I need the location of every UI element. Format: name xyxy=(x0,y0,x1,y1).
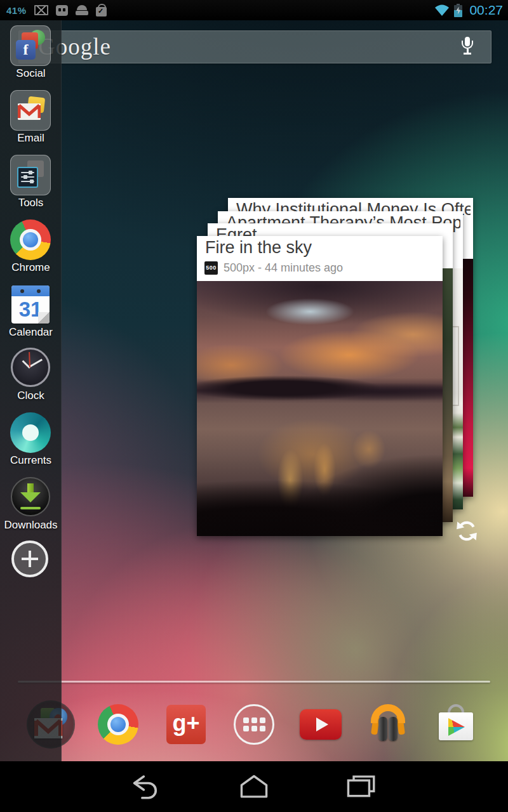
currents-icon xyxy=(10,412,51,453)
google-plus-icon: g+ xyxy=(166,705,206,744)
sidebar-item-label: Downloads xyxy=(0,519,62,532)
sidebar-item-email[interactable]: Email xyxy=(0,90,62,148)
sidebar-item-clock[interactable]: Clock xyxy=(0,348,62,406)
sidebar-item-currents[interactable]: Currents xyxy=(0,412,62,471)
tools-folder-icon xyxy=(10,155,51,195)
sidebar-item-tools[interactable]: Tools xyxy=(0,155,62,213)
navigation-bar xyxy=(0,761,508,812)
android-notification-icon[interactable] xyxy=(76,5,88,15)
dock-item-youtube[interactable] xyxy=(300,709,342,740)
sidebar-item-downloads[interactable]: Downloads xyxy=(0,477,62,535)
facebook-icon: f xyxy=(16,40,36,60)
downloads-icon xyxy=(11,477,50,516)
dock-item-google-plus[interactable]: g+ xyxy=(166,705,206,744)
play-music-icon xyxy=(368,703,408,743)
clock-icon xyxy=(11,348,50,387)
sidebar-add-button[interactable] xyxy=(0,540,62,599)
gmail-notification-icon[interactable] xyxy=(34,5,48,15)
currents-card-fire-in-the-sky[interactable]: Fire in the sky 500 500px - 44 minutes a… xyxy=(197,236,443,536)
card-photo-sunset xyxy=(197,281,443,536)
home-screen: 41% 00:27 Google Why Institutional Money… xyxy=(0,0,508,812)
calendar-icon: 31 xyxy=(11,285,50,324)
card-title: Fire in the sky xyxy=(205,238,440,258)
play-store-notification-icon[interactable] xyxy=(96,7,107,16)
settings-sliders-icon xyxy=(17,167,38,188)
chrome-icon xyxy=(10,219,51,260)
wifi-icon xyxy=(434,4,450,16)
sidebar-item-chrome[interactable]: Chrome xyxy=(0,219,62,278)
back-button[interactable] xyxy=(128,773,164,801)
dock-item-play-music[interactable] xyxy=(368,703,408,743)
sidebar-item-label: Clock xyxy=(0,390,62,402)
social-folder-icon: f xyxy=(10,25,51,66)
dock-item-play-store[interactable] xyxy=(436,703,476,743)
battery-percent-text: 41% xyxy=(6,5,27,16)
plus-icon xyxy=(11,540,48,577)
sidebar-item-label: Calendar xyxy=(0,326,62,339)
status-bar: 41% 00:27 xyxy=(0,0,508,20)
card-source-text: 500px - 44 minutes ago xyxy=(224,261,343,275)
app-drawer-icon xyxy=(234,704,274,745)
sidebar-item-label: Chrome xyxy=(0,261,62,274)
chrome-icon xyxy=(98,704,138,745)
sidebar-item-calendar[interactable]: 31 Calendar xyxy=(0,284,62,343)
youtube-icon xyxy=(300,709,342,740)
sidebar-item-label: Tools xyxy=(0,197,62,209)
play-store-icon xyxy=(436,703,476,743)
refresh-icon[interactable] xyxy=(455,519,479,543)
gmail-icon xyxy=(18,103,41,120)
battery-charging-icon xyxy=(454,4,462,17)
clock-text: 00:27 xyxy=(469,3,503,18)
500px-source-icon: 500 xyxy=(204,261,218,275)
microphone-icon[interactable] xyxy=(460,37,474,57)
sidebar-item-label: Social xyxy=(0,67,62,80)
google-search-bar[interactable]: Google xyxy=(18,30,491,63)
sidebar-item-label: Currents xyxy=(0,454,62,467)
dock-divider-line xyxy=(18,681,490,683)
sidebar-item-social[interactable]: f Social xyxy=(0,25,62,84)
hangouts-notification-icon[interactable] xyxy=(56,5,68,16)
recents-button[interactable] xyxy=(343,773,378,801)
home-button[interactable] xyxy=(236,773,272,801)
app-drawer-button[interactable] xyxy=(234,704,274,745)
sidebar-item-label: Email xyxy=(0,132,62,145)
email-folder-icon xyxy=(10,90,51,131)
sidebar: f Social Email xyxy=(0,20,62,761)
